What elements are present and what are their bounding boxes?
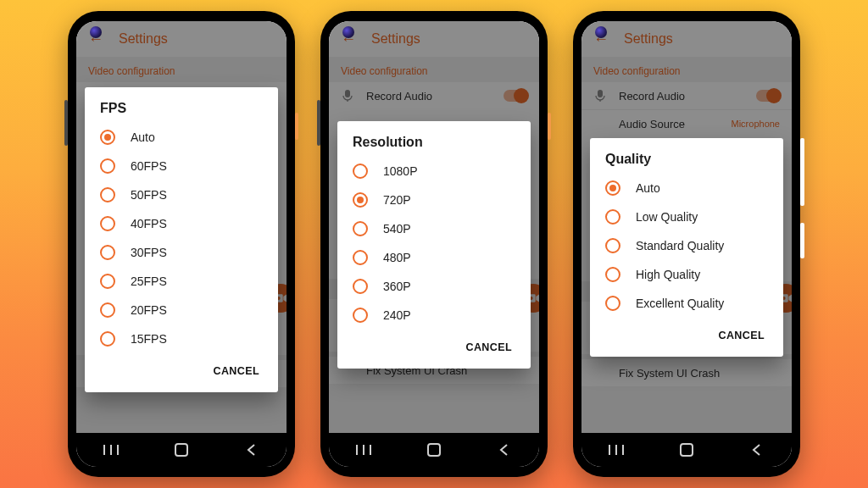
- quality-options: AutoLow QualityStandard QualityHigh Qual…: [590, 174, 783, 318]
- android-navbar: [329, 433, 539, 467]
- dialog-title: Quality: [590, 152, 783, 174]
- radio-icon: [353, 221, 368, 236]
- camera-punchhole: [90, 26, 102, 38]
- nav-back-icon[interactable]: [242, 441, 261, 459]
- nav-recents-icon[interactable]: [354, 441, 373, 459]
- radio-icon: [100, 158, 115, 174]
- radio-icon: [100, 274, 115, 289]
- android-navbar: [76, 433, 287, 467]
- option-label: Auto: [636, 181, 660, 195]
- option-label: Auto: [131, 130, 155, 144]
- radio-icon: [605, 267, 620, 282]
- android-navbar: [581, 433, 792, 467]
- resolution-options: 1080P720P540P480P360P240P: [337, 157, 531, 330]
- cancel-button[interactable]: CANCEL: [459, 336, 519, 358]
- option-label: 30FPS: [131, 246, 167, 259]
- option-label: 50FPS: [131, 188, 167, 202]
- nav-back-icon[interactable]: [495, 441, 514, 459]
- device-frame-2: ← Settings Video configuration Record Au…: [320, 11, 548, 477]
- option-row[interactable]: 240P: [337, 301, 531, 330]
- radio-icon: [100, 130, 115, 145]
- cancel-button[interactable]: CANCEL: [207, 360, 266, 382]
- radio-icon: [605, 209, 620, 225]
- radio-icon: [605, 180, 620, 196]
- option-label: 480P: [383, 251, 411, 264]
- option-row[interactable]: Standard Quality: [590, 231, 783, 260]
- side-button-accent: [548, 113, 551, 140]
- side-button-volume: [64, 100, 68, 146]
- stage: ← Settings Video configuration Avoid Abn…: [0, 0, 868, 488]
- screen-2: ← Settings Video configuration Record Au…: [329, 21, 539, 467]
- quality-dialog: Quality AutoLow QualityStandard QualityH…: [590, 138, 783, 357]
- radio-icon: [353, 192, 368, 208]
- option-row[interactable]: 15FPS: [85, 324, 278, 353]
- option-label: Excellent Quality: [636, 297, 724, 310]
- resolution-dialog: Resolution 1080P720P540P480P360P240P CAN…: [337, 121, 531, 369]
- option-label: 15FPS: [131, 332, 167, 346]
- option-label: 540P: [383, 222, 411, 236]
- svg-rect-5: [175, 444, 187, 456]
- radio-icon: [353, 250, 368, 265]
- option-label: 1080P: [383, 164, 417, 178]
- radio-icon: [100, 245, 115, 260]
- option-row[interactable]: Excellent Quality: [590, 289, 783, 318]
- dialog-title: FPS: [85, 101, 278, 123]
- dialog-actions: CANCEL: [337, 330, 531, 363]
- svg-rect-13: [428, 444, 440, 456]
- radio-icon: [353, 164, 368, 179]
- fps-options: Auto60FPS50FPS40FPS30FPS25FPS20FPS15FPS: [85, 123, 278, 353]
- radio-icon: [100, 216, 115, 231]
- radio-icon: [605, 238, 620, 253]
- option-row[interactable]: 360P: [337, 272, 531, 301]
- option-row[interactable]: 20FPS: [85, 296, 278, 324]
- dialog-actions: CANCEL: [590, 318, 783, 352]
- option-row[interactable]: Low Quality: [590, 202, 783, 231]
- option-row[interactable]: 1080P: [337, 157, 531, 186]
- device-frame-3: ← Settings Video configuration Record Au…: [573, 11, 800, 477]
- fps-dialog: FPS Auto60FPS50FPS40FPS30FPS25FPS20FPS15…: [85, 87, 278, 392]
- option-label: 20FPS: [131, 303, 167, 317]
- option-row[interactable]: 40FPS: [85, 209, 278, 238]
- camera-punchhole: [595, 26, 607, 38]
- nav-home-icon[interactable]: [172, 441, 191, 459]
- radio-icon: [605, 296, 620, 311]
- screen-3: ← Settings Video configuration Record Au…: [581, 21, 792, 467]
- option-label: 40FPS: [131, 217, 167, 230]
- side-button-volume: [317, 100, 320, 146]
- option-row[interactable]: 50FPS: [85, 180, 278, 209]
- dialog-title: Resolution: [337, 135, 531, 157]
- option-label: 240P: [383, 308, 411, 322]
- side-button-power-white: [800, 223, 804, 258]
- dialog-actions: CANCEL: [85, 353, 278, 387]
- nav-home-icon[interactable]: [425, 441, 443, 459]
- side-button-accent: [295, 113, 298, 140]
- option-row[interactable]: 30FPS: [85, 238, 278, 267]
- nav-recents-icon[interactable]: [607, 441, 626, 459]
- radio-icon: [100, 331, 115, 347]
- nav-back-icon[interactable]: [748, 441, 766, 459]
- device-frame-1: ← Settings Video configuration Avoid Abn…: [68, 11, 295, 477]
- option-label: 25FPS: [131, 274, 167, 288]
- screen-1: ← Settings Video configuration Avoid Abn…: [76, 21, 287, 467]
- option-row[interactable]: High Quality: [590, 260, 783, 289]
- option-row[interactable]: Auto: [85, 123, 278, 152]
- option-row[interactable]: Auto: [590, 174, 783, 202]
- svg-rect-21: [681, 444, 693, 456]
- option-label: 720P: [383, 193, 411, 207]
- option-row[interactable]: 540P: [337, 214, 531, 243]
- radio-icon: [353, 279, 368, 294]
- option-label: High Quality: [636, 268, 700, 281]
- option-row[interactable]: 720P: [337, 186, 531, 214]
- option-label: 60FPS: [131, 159, 167, 173]
- option-label: 360P: [383, 280, 411, 293]
- option-row[interactable]: 480P: [337, 243, 531, 272]
- nav-recents-icon[interactable]: [102, 441, 120, 459]
- nav-home-icon[interactable]: [677, 441, 696, 459]
- cancel-button[interactable]: CANCEL: [712, 324, 771, 347]
- radio-icon: [100, 302, 115, 318]
- side-button-volume-white: [800, 138, 804, 206]
- option-label: Low Quality: [636, 210, 698, 224]
- radio-icon: [353, 308, 368, 323]
- option-row[interactable]: 60FPS: [85, 152, 278, 180]
- option-row[interactable]: 25FPS: [85, 267, 278, 296]
